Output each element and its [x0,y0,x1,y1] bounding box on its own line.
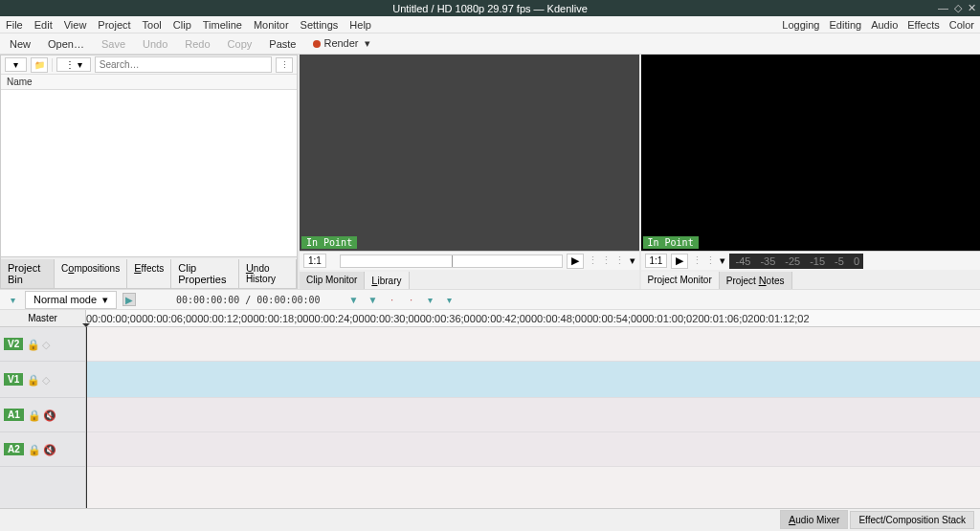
undo-button[interactable]: Undo [143,38,167,50]
menu-help[interactable]: Help [349,19,371,31]
view-dropdown[interactable]: ⋮ ▾ [56,57,91,72]
tab-library[interactable]: Library [365,272,409,289]
guide-icon[interactable]: ▾ [424,293,437,306]
project-bin-panel: ▾ 📁 ⋮ ▾ ⋮ Name Project Bin Compositions … [0,55,298,289]
layout-color[interactable]: Color [949,19,974,31]
menu-settings[interactable]: Settings [301,19,339,31]
timecode-display: 00:00:00:00 / 00:00:00:00 [176,295,321,305]
project-monitor-panel: In Point 1:1 ▶ ⋮ ⋮ ▾ -45-35-25-15-50 Pro… [641,55,981,289]
menu-bar: File Edit View Project Tool Clip Timelin… [0,16,980,33]
play-button[interactable]: ▶ [567,254,584,269]
maximize-icon[interactable]: ◇ [954,2,962,14]
folder-icon[interactable]: 📁 [31,57,48,73]
tab-clip-monitor[interactable]: Clip Monitor [300,272,365,289]
bin-content[interactable] [1,90,297,256]
project-monitor-view[interactable]: In Point [641,55,981,251]
layout-audio[interactable]: Audio [871,19,898,31]
mute-icon[interactable]: ◇ [42,339,54,350]
layout-effects[interactable]: Effects [907,19,939,31]
track-head-v2[interactable]: V2🔒◇ [0,327,85,362]
bin-header-name[interactable]: Name [1,75,297,90]
minimize-icon[interactable]: — [938,2,948,14]
window-title: Untitled / HD 1080p 29.97 fps — Kdenlive [392,3,588,14]
play-icon[interactable]: ▶ [122,293,136,306]
menu-edit[interactable]: Edit [34,19,53,31]
snap-icon[interactable]: ▾ [443,293,457,306]
title-bar: Untitled / HD 1080p 29.97 fps — Kdenlive… [0,0,980,16]
timeline-config-icon[interactable]: ▾ [6,293,19,306]
tab-undo-history[interactable]: Undo History [239,259,297,288]
edit-mode-dropdown[interactable]: Normal mode ▾ [25,291,117,309]
mute-icon[interactable]: ◇ [42,374,54,386]
lane-v1[interactable] [86,362,980,398]
menu-project[interactable]: Project [98,19,130,31]
main-toolbar: New Open… Save Undo Redo Copy Paste Rend… [0,33,980,55]
marker-out-icon[interactable]: ▼ [367,293,380,306]
clip-monitor-panel: In Point 1:1 ▶ ⋮ ⋮ ⋮ ▾ Clip Monitor Libr… [300,55,639,289]
tab-effect-stack[interactable]: Effect/Composition Stack [850,511,974,529]
record-icon [313,40,321,48]
playhead[interactable] [86,327,87,508]
more-icon[interactable]: ▾ [630,254,635,267]
render-button[interactable]: Render ▾ [313,37,369,50]
tab-audio-mixer[interactable]: Audio Mixer [780,510,848,529]
layout-editing[interactable]: Editing [829,19,861,31]
in-point-label: In Point [643,236,699,249]
menu-clip[interactable]: Clip [173,19,191,31]
lane-a1[interactable] [86,398,980,432]
marker-in-icon[interactable]: ▼ [347,293,361,306]
redo-button[interactable]: Redo [185,38,210,50]
timeline-toolbar: ▾ Normal mode ▾ ▶ 00:00:00:00 / 00:00:00… [0,289,980,310]
track-head-a2[interactable]: A2🔒🔇 [0,432,85,467]
tab-project-notes[interactable]: Project Notes [720,272,792,289]
tab-project-bin[interactable]: Project Bin [1,259,55,288]
dots-icon[interactable]: ⋮ ⋮ ⋮ [588,254,625,267]
clip-monitor-view[interactable]: In Point [300,55,639,251]
tab-clip-properties[interactable]: Clip Properties [171,259,239,288]
play-button[interactable]: ▶ [671,254,688,269]
zoom-dropdown[interactable]: 1:1 [303,254,326,268]
menu-view[interactable]: View [64,19,87,31]
paste-button[interactable]: Paste [269,38,296,50]
lock-icon[interactable]: 🔒 [27,339,38,350]
new-button[interactable]: New [10,38,31,50]
track-head-v1[interactable]: V1🔒◇ [0,362,85,398]
close-icon[interactable]: ✕ [968,2,976,14]
clip-position-slider[interactable] [340,254,563,268]
delete-all-markers-icon[interactable]: · [405,293,418,306]
save-button[interactable]: Save [101,38,125,50]
menu-timeline[interactable]: Timeline [203,19,242,31]
dots-icon[interactable]: ⋮ ⋮ [692,254,716,267]
delete-marker-icon[interactable]: · [386,293,399,306]
lane-v2[interactable] [86,327,980,362]
tab-compositions[interactable]: Compositions [55,259,127,288]
menu-monitor[interactable]: Monitor [254,19,289,31]
more-icon[interactable]: ▾ [720,254,725,267]
track-head-a1[interactable]: A1🔒🔇 [0,398,85,432]
copy-button[interactable]: Copy [228,38,253,50]
lock-icon[interactable]: 🔒 [27,374,38,386]
menu-tool[interactable]: Tool [143,19,162,31]
add-clip-dropdown[interactable]: ▾ [5,57,27,72]
open-button[interactable]: Open… [48,38,84,50]
layout-logging[interactable]: Logging [782,19,819,31]
zoom-dropdown[interactable]: 1:1 [645,254,668,268]
timeline-ruler[interactable]: 00:00:00;0000:00:06;0000:00:12;0000:00:1… [86,310,980,326]
lock-icon[interactable]: 🔒 [28,409,39,421]
track-master[interactable]: Master [0,310,86,326]
lock-icon[interactable]: 🔒 [28,444,39,455]
audio-level-meter: -45-35-25-15-50 [729,254,863,269]
options-icon[interactable]: ⋮ [276,57,293,73]
menu-file[interactable]: File [6,19,23,31]
search-input[interactable] [95,56,272,73]
tab-project-monitor[interactable]: Project Monitor [641,272,720,289]
in-point-label: In Point [301,236,357,249]
timeline-tracks[interactable] [86,327,980,508]
track-headers: V2🔒◇ V1🔒◇ A1🔒🔇 A2🔒🔇 [0,327,86,508]
mute-icon[interactable]: 🔇 [43,409,55,421]
tab-effects[interactable]: Effects [127,259,171,288]
lane-a2[interactable] [86,432,980,467]
timeline: Master 00:00:00;0000:00:06;0000:00:12;00… [0,310,980,508]
mute-icon[interactable]: 🔇 [43,444,55,455]
bottom-dock: Audio Mixer Effect/Composition Stack [0,508,980,531]
